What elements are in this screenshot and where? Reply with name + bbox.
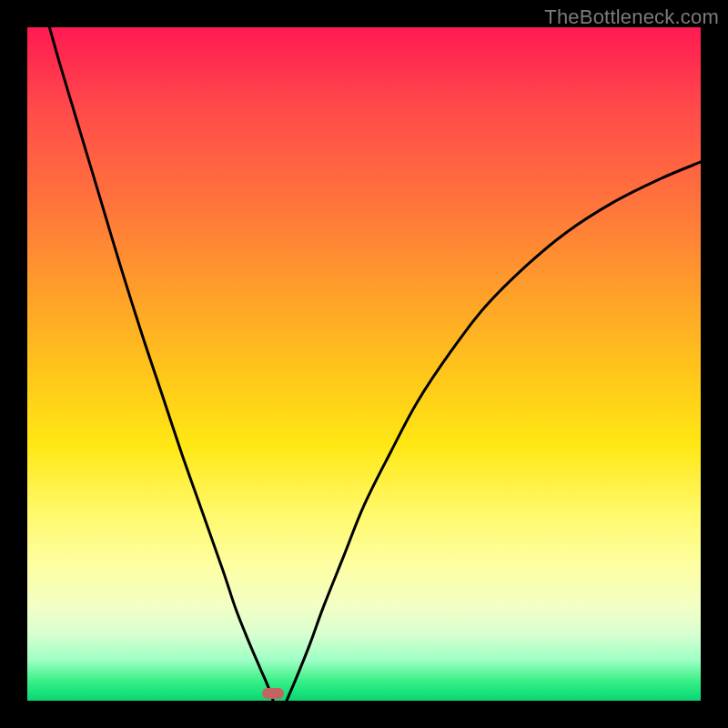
right-branch-path <box>287 162 701 701</box>
chart-frame: TheBottleneck.com <box>0 0 728 728</box>
left-branch-path <box>49 27 273 701</box>
watermark-text: TheBottleneck.com <box>544 5 719 29</box>
plot-area <box>27 27 701 701</box>
bottleneck-curve <box>27 27 701 701</box>
optimal-marker <box>262 688 284 699</box>
